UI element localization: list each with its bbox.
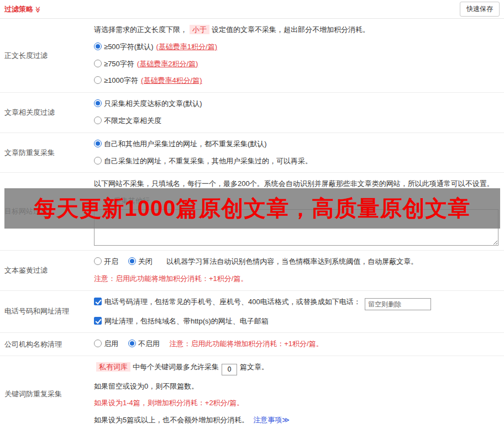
row-content: 开启 关闭 以机器学习算法自动识别色情内容，当色情概率达到系统阈值，自动屏蔽文章… xyxy=(94,251,504,290)
length-option-750[interactable]: ≥750字符(基础费率2积分/篇) xyxy=(94,59,500,70)
url-clean-checkbox[interactable]: 网址清理，包括纯域名、带http(s)的网址、电子邮箱 xyxy=(94,317,269,325)
checkbox-checked-icon[interactable] xyxy=(94,317,102,325)
page-title[interactable]: 过滤策略≫ xyxy=(4,4,41,14)
length-intro: 请选择需求的正文长度下限，小于设定值的文章不采集，超出部分不增加积分消耗。 xyxy=(94,24,500,36)
phone-clean-line: 电话号码清理，包括常见的手机号、座机号、400电话格式，或替换成如下电话： xyxy=(94,296,500,310)
option-note: (基础费率4积分/篇) xyxy=(141,76,202,84)
row-content: 自己和其他用户采集过的网址，都不重复采集(默认) 自己采集过的网址，不重复采集，… xyxy=(94,133,504,173)
keyword-note-zero: 如果留空或设为0，则不限篇数。 xyxy=(94,381,500,393)
porn-warning: 注意：启用此功能将增加积分消耗：+1积分/篇。 xyxy=(94,273,500,285)
row-label: 文章防重复采集 xyxy=(0,133,94,173)
company-options-line: 启用 不启用 注意：启用此功能将增加积分消耗：+1积分/篇。 xyxy=(94,338,500,350)
porn-option-off[interactable]: 关闭 xyxy=(128,257,155,266)
chevron-down-icon: ≫ xyxy=(34,6,41,13)
radio-checked-icon[interactable] xyxy=(94,43,102,50)
option-text: 自己采集过的网址，不重复采集，其他用户采集过的，可以再采。 xyxy=(104,157,312,165)
company-option-off[interactable]: 不启用 xyxy=(128,340,162,348)
row-keyword-dedupe: 关键词防重复采集 私有词库中每个关键词最多允许采集篇文章。 如果留空或设为0，则… xyxy=(0,356,504,424)
double-chevron-icon: ≫ xyxy=(282,416,290,424)
row-company-name-clean: 公司机构名称清理 启用 不启用 注意：启用此功能将增加积分消耗：+1积分/篇。 xyxy=(0,333,504,356)
length-intro-post: 设定值的文章不采集，超出部分不增加积分消耗。 xyxy=(212,25,370,34)
watermark-banner: 每天更新1000篇原创文章，高质量原创文章 xyxy=(4,188,500,229)
quick-save-button[interactable]: 快速保存 xyxy=(460,2,500,17)
checkbox-text: 电话号码清理，包括常见的手机号、座机号、400电话格式，或替换成如下电话： xyxy=(104,298,361,306)
porn-options-line: 开启 关闭 以机器学习算法自动识别色情内容，当色情概率达到系统阈值，自动屏蔽文章… xyxy=(94,256,500,268)
option-note: (基础费率2积分/篇) xyxy=(137,60,198,68)
keyword-count-input[interactable] xyxy=(222,364,237,375)
private-thesaurus-link[interactable]: 私有词库 xyxy=(96,362,130,372)
keyword-note-cost: 如果设为1-4篇，则增加积分消耗：+2积分/篇。 xyxy=(94,398,500,409)
radio-icon[interactable] xyxy=(94,157,102,165)
porn-option-on[interactable]: 开启 xyxy=(94,257,120,266)
checkbox-checked-icon[interactable] xyxy=(94,298,102,305)
length-intro-pre: 请选择需求的正文长度下限， xyxy=(94,25,187,34)
row-phone-url-clean: 电话号码和网址清理 电话号码清理，包括常见的手机号、座机号、400电话格式，或替… xyxy=(0,291,504,333)
row-content: 启用 不启用 注意：启用此功能将增加积分消耗：+1积分/篇。 xyxy=(94,333,504,356)
dedupe-option-self[interactable]: 自己采集过的网址，不重复采集，其他用户采集过的，可以再采。 xyxy=(94,156,500,167)
radio-icon[interactable] xyxy=(94,340,102,347)
filter-strategy-page: 过滤策略≫ 快速保存 正文长度过滤 请选择需求的正文长度下限，小于设定值的文章不… xyxy=(0,0,504,424)
phone-clean-checkbox[interactable]: 电话号码清理，包括常见的手机号、座机号、400电话格式，或替换成如下电话： xyxy=(94,298,363,306)
radio-icon[interactable] xyxy=(94,116,102,124)
notes-link[interactable]: 注意事项≫ xyxy=(253,416,290,424)
radio-icon[interactable] xyxy=(94,60,102,67)
row-content: 只采集相关度达标的文章(默认) 不限定文章相关度 xyxy=(94,93,504,132)
length-option-1000[interactable]: ≥1000字符(基础费率4积分/篇) xyxy=(94,75,500,87)
row-content: 电话号码清理，包括常见的手机号、座机号、400电话格式，或替换成如下电话： 网址… xyxy=(94,291,504,333)
length-option-500[interactable]: ≥500字符(默认)(基础费率1积分/篇) xyxy=(94,41,500,53)
option-note: (基础费率1积分/篇) xyxy=(156,43,217,51)
row-dedupe-collection: 文章防重复采集 自己和其他用户采集过的网址，都不重复采集(默认) 自己采集过的网… xyxy=(0,133,504,173)
dedupe-option-global[interactable]: 自己和其他用户采集过的网址，都不重复采集(默认) xyxy=(94,139,500,150)
url-clean-line: 网址清理，包括纯域名、带http(s)的网址、电子邮箱 xyxy=(94,316,500,327)
company-warning: 注意：启用此功能将增加积分消耗：+1积分/篇。 xyxy=(169,340,323,348)
less-than-highlight: 小于 xyxy=(190,25,209,34)
radio-checked-icon[interactable] xyxy=(94,99,102,107)
keyword-note-five-text: 如果设为5篇或以上，也不会额外增加积分消耗。 xyxy=(94,416,249,424)
radio-icon[interactable] xyxy=(94,76,102,84)
notes-link-text: 注意事项 xyxy=(253,416,282,424)
option-text: 不启用 xyxy=(138,340,160,348)
row-content: 请选择需求的正文长度下限，小于设定值的文章不采集，超出部分不增加积分消耗。 ≥5… xyxy=(94,19,504,92)
row-label: 正文长度过滤 xyxy=(0,19,94,92)
row-label: 公司机构名称清理 xyxy=(0,333,94,356)
keyword-note-five: 如果设为5篇或以上，也不会额外增加积分消耗。注意事项≫ xyxy=(94,415,500,424)
radio-icon[interactable] xyxy=(94,257,102,265)
radio-checked-icon[interactable] xyxy=(128,257,136,265)
porn-desc: 以机器学习算法自动识别色情内容，当色情概率达到系统阈值，自动屏蔽文章。 xyxy=(166,257,418,266)
keyword-limit-line: 私有词库中每个关键词最多允许采集篇文章。 xyxy=(94,362,500,375)
option-text: ≥750字符 xyxy=(104,60,134,68)
relevance-option-any[interactable]: 不限定文章相关度 xyxy=(94,115,500,127)
row-porn-filter: 文本鉴黄过滤 开启 关闭 以机器学习算法自动识别色情内容，当色情概率达到系统阈值… xyxy=(0,251,504,291)
header: 过滤策略≫ 快速保存 xyxy=(0,0,504,19)
option-text: 自己和其他用户采集过的网址，都不重复采集(默认) xyxy=(104,140,267,148)
option-text: ≥500字符(默认) xyxy=(104,43,153,51)
company-option-on[interactable]: 启用 xyxy=(94,340,120,348)
radio-checked-icon[interactable] xyxy=(94,140,102,147)
row-label: 电话号码和网址清理 xyxy=(0,291,94,333)
option-text: 只采集相关度达标的文章(默认) xyxy=(104,99,202,108)
checkbox-text: 网址清理，包括纯域名、带http(s)的网址、电子邮箱 xyxy=(104,317,269,325)
radio-checked-icon[interactable] xyxy=(128,340,136,347)
row-body-length-filter: 正文长度过滤 请选择需求的正文长度下限，小于设定值的文章不采集，超出部分不增加积… xyxy=(0,19,504,93)
row-label: 关键词防重复采集 xyxy=(0,356,94,424)
row-label: 文本鉴黄过滤 xyxy=(0,251,94,290)
relevance-option-strict[interactable]: 只采集相关度达标的文章(默认) xyxy=(94,98,500,110)
keyword-limit-text: 中每个关键词最多允许采集 xyxy=(133,363,219,371)
option-text: 关闭 xyxy=(138,257,153,266)
keyword-limit-post: 篇文章。 xyxy=(240,363,269,371)
watermark-banner-text: 每天更新1000篇原创文章，高质量原创文章 xyxy=(34,193,471,224)
phone-replace-input[interactable] xyxy=(365,298,431,310)
page-title-text: 过滤策略 xyxy=(4,5,33,13)
row-relevance-filter: 文章相关度过滤 只采集相关度达标的文章(默认) 不限定文章相关度 xyxy=(0,93,504,133)
option-text: ≥1000字符 xyxy=(104,76,138,84)
row-label: 文章相关度过滤 xyxy=(0,93,94,132)
option-text: 开启 xyxy=(104,257,118,266)
option-text: 不限定文章相关度 xyxy=(104,116,161,125)
option-text: 启用 xyxy=(104,340,118,348)
row-content: 私有词库中每个关键词最多允许采集篇文章。 如果留空或设为0，则不限篇数。 如果设… xyxy=(94,356,504,424)
